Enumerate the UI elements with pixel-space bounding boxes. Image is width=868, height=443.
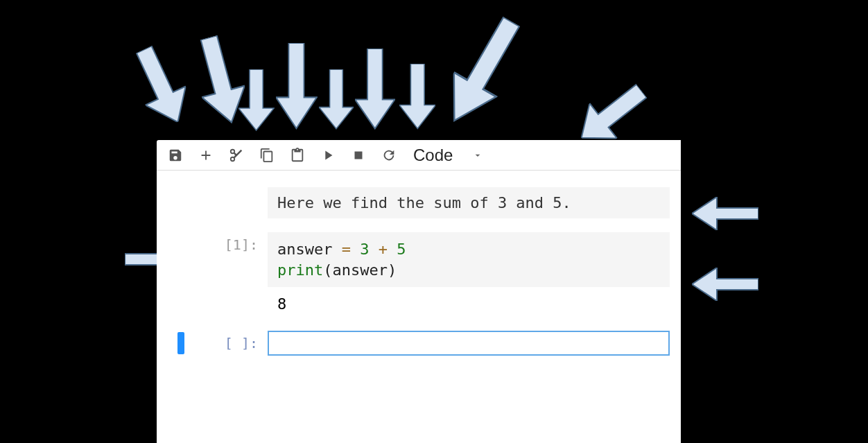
input-prompt: [ ]: [193, 331, 268, 351]
input-prompt: [1]: [193, 232, 268, 253]
annotation-arrow [276, 43, 318, 130]
markdown-cell-row: Here we find the sum of 3 and 5. [177, 187, 670, 218]
save-button[interactable] [162, 142, 189, 168]
annotation-arrow [399, 64, 435, 130]
code-token: 3 [360, 241, 369, 258]
plus-icon [198, 148, 214, 163]
copy-icon [259, 148, 275, 163]
stop-button[interactable] [345, 142, 372, 168]
copy-button[interactable] [254, 142, 280, 168]
cut-button[interactable] [223, 142, 250, 168]
code-cell[interactable]: answer = 3 + 5 print(answer) [268, 232, 670, 287]
code-token: print [277, 261, 323, 279]
code-cell-empty[interactable] [268, 331, 670, 356]
clipboard-icon [290, 148, 305, 163]
cell-output: 8 [268, 291, 670, 313]
chevron-down-icon [472, 146, 483, 165]
refresh-icon [381, 148, 397, 163]
annotation-arrow [692, 268, 758, 301]
add-cell-button[interactable] [193, 142, 219, 168]
notebook-panel: Code Here we find the sum of 3 and 5. [1… [157, 140, 681, 443]
annotation-arrow [238, 69, 275, 132]
toolbar: Code [157, 140, 681, 171]
restart-button[interactable] [376, 142, 402, 168]
cells-area: Here we find the sum of 3 and 5. [1]: an… [157, 171, 681, 356]
code-cell-row-active: [ ]: [177, 331, 670, 356]
run-button[interactable] [315, 142, 341, 168]
annotation-arrow [124, 40, 198, 131]
code-token: 5 [397, 241, 406, 258]
code-token: + [379, 241, 388, 258]
active-cell-marker [177, 332, 184, 354]
markdown-text: Here we find the sum of 3 and 5. [277, 194, 571, 211]
scissors-icon [229, 148, 244, 163]
code-token: = [342, 241, 351, 258]
play-icon [320, 148, 336, 163]
code-token: answer [277, 241, 332, 258]
celltype-dropdown[interactable]: Code [406, 142, 492, 168]
code-token: answer [332, 261, 387, 279]
output-row: 8 [177, 291, 670, 313]
save-icon [168, 148, 183, 163]
celltype-label: Code [413, 146, 453, 165]
annotation-arrow [692, 197, 758, 230]
annotation-arrow [187, 32, 253, 130]
stop-icon [351, 148, 366, 163]
annotation-arrow [355, 49, 395, 130]
annotation-arrow [431, 9, 533, 136]
code-cell-row: [1]: answer = 3 + 5 print(answer) [177, 232, 670, 287]
annotation-arrow [319, 69, 354, 130]
paste-button[interactable] [284, 142, 311, 168]
markdown-cell[interactable]: Here we find the sum of 3 and 5. [268, 187, 670, 218]
